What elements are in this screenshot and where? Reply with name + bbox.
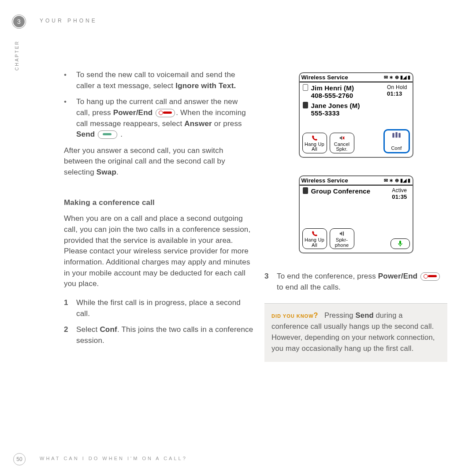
call-timer: 01:35 <box>392 193 407 200</box>
bold-text: Swap <box>97 168 116 176</box>
speaker-off-icon <box>338 134 346 141</box>
phone-screenshot-calls: Wireless Service ✉ ∗ ⊕ ▮◢ ▮ Jim Henri (M… <box>299 72 413 158</box>
hang-up-all-button[interactable]: Hang Up All <box>302 228 327 249</box>
send-key-icon <box>98 130 117 139</box>
call-row: Jane Jones (M) 555-3333 <box>302 102 410 117</box>
button-label: Hang Up All <box>304 142 326 152</box>
phone-icon <box>311 230 318 237</box>
bullet-icon <box>64 97 76 140</box>
caller-name: Jane Jones (M) <box>311 102 360 109</box>
contact-icon <box>303 187 308 194</box>
bold-text: Send <box>76 130 95 138</box>
phone-button-row: Hang Up All Spkr-phone <box>302 228 410 249</box>
bullet-text: To send the new call to voicemail and se… <box>76 70 253 91</box>
header-title: YOUR PHONE <box>40 18 97 24</box>
status-bar: Wireless Service ✉ ∗ ⊕ ▮◢ ▮ <box>300 176 413 186</box>
step-number: 1 <box>64 298 76 319</box>
svg-rect-4 <box>399 241 401 244</box>
signal-icon: ▮◢ <box>400 74 406 80</box>
paragraph: After you answer a second call, you can … <box>64 145 253 178</box>
button-label: Hang Up All <box>304 238 326 248</box>
tip-label-text: DID YOU KNOW <box>271 313 314 319</box>
hang-up-all-button[interactable]: Hang Up All <box>302 133 327 153</box>
bullet-item: To send the new call to voicemail and se… <box>64 70 253 91</box>
step-number: 2 <box>64 324 76 346</box>
phone-button-row: Hang Up All Cancel Spkr. Conf <box>302 129 410 153</box>
bold-text: Answer <box>184 119 212 128</box>
step-text: To end the conference, press Power/End t… <box>277 271 447 293</box>
bold-text: Conf <box>100 325 117 334</box>
conference-icon <box>392 132 402 139</box>
sync-icon: ⊕ <box>395 74 399 80</box>
status-bar: Wireless Service ✉ ∗ ⊕ ▮◢ ▮ <box>300 73 413 82</box>
call-row: Jim Henri (M) 408-555-2760 On Hold 01:13 <box>302 84 410 99</box>
call-row: Group Conference Active 01:35 <box>302 187 410 200</box>
phone-icon <box>311 134 318 141</box>
status-icons: ✉ ∗ ⊕ ▮◢ ▮ <box>384 178 410 183</box>
step-item: 3 To end the conference, press Power/End… <box>264 271 447 293</box>
bluetooth-icon: ∗ <box>389 74 393 80</box>
call-status: On Hold <box>387 84 407 90</box>
chapter-vertical-label: CHAPTER <box>15 40 19 71</box>
step-text: While the first call is in progress, pla… <box>76 298 253 319</box>
conf-button[interactable]: Conf <box>383 129 410 153</box>
step-item: 1 While the first call is in progress, p… <box>64 298 253 319</box>
left-column: To send the new call to voicemail and se… <box>64 70 253 351</box>
svg-rect-3 <box>342 231 343 235</box>
button-label: Conf <box>391 146 402 151</box>
cancel-speaker-button[interactable]: Cancel Spkr. <box>330 133 354 153</box>
bullet-text: To hang up the current call and answer t… <box>76 97 253 140</box>
sync-icon: ⊕ <box>395 178 399 183</box>
button-label: Cancel Spkr. <box>331 142 353 152</box>
button-label: Spkr-phone <box>331 238 353 248</box>
caller-name: Jim Henri (M) <box>311 84 354 92</box>
status-title: Wireless Service <box>301 74 348 81</box>
text: Select <box>76 325 100 334</box>
page-number-badge: 50 <box>13 453 26 465</box>
call-status: Active <box>392 187 407 193</box>
bold-text: Power/End <box>113 108 153 117</box>
did-you-know-tip: DID YOU KNOW? Pressing Send during a con… <box>264 303 447 361</box>
bold-text: Ignore with Text. <box>175 82 236 90</box>
text: Pressing <box>324 311 356 319</box>
paragraph: When you are on a call and place a secon… <box>64 213 253 289</box>
bullet-icon <box>64 70 76 91</box>
svg-rect-2 <box>398 133 400 138</box>
text: . <box>118 130 123 138</box>
status-title: Wireless Service <box>301 177 348 184</box>
svg-rect-0 <box>392 133 394 138</box>
text: After you answer a second call, you can … <box>64 146 225 176</box>
step-text: Select Conf. This joins the two calls in… <box>76 324 253 346</box>
tip-question-mark: ? <box>314 312 319 319</box>
tip-label: DID YOU KNOW? <box>271 313 320 319</box>
subheading-conference: Making a conference call <box>64 197 253 208</box>
signal-icon: ▮◢ <box>400 178 406 183</box>
contact-icon <box>303 84 308 91</box>
status-icons: ✉ ∗ ⊕ ▮◢ ▮ <box>384 74 410 80</box>
battery-icon: ▮ <box>408 74 410 80</box>
speakerphone-button[interactable]: Spkr-phone <box>330 228 354 249</box>
text: or press <box>214 119 242 128</box>
bullet-item: To hang up the current call and answer t… <box>64 97 253 140</box>
phone-body: Group Conference Active 01:35 Hang Up Al… <box>300 186 413 253</box>
call-timer: 01:13 <box>387 90 407 97</box>
power-end-key-icon <box>156 109 175 117</box>
bluetooth-icon: ∗ <box>389 178 393 183</box>
text: To end the conference, press <box>277 272 378 280</box>
battery-icon: ▮ <box>408 178 410 183</box>
text: to end all the calls. <box>277 283 341 291</box>
right-column: Wireless Service ✉ ∗ ⊕ ▮◢ ▮ Jim Henri (M… <box>264 72 447 362</box>
text: . <box>116 168 119 176</box>
group-conference-label: Group Conference <box>311 187 371 195</box>
bold-text: Power/End <box>378 272 418 280</box>
caller-number: 408-555-2760 <box>311 92 354 99</box>
footer-title: WHAT CAN I DO WHEN I'M ON A CALL? <box>40 456 187 461</box>
power-end-key-icon <box>420 272 440 281</box>
mute-button[interactable] <box>390 238 410 249</box>
contact-icon <box>303 102 308 108</box>
mic-icon <box>398 240 403 248</box>
phone-body: Jim Henri (M) 408-555-2760 On Hold 01:13… <box>300 82 413 157</box>
svg-rect-1 <box>395 132 397 138</box>
bold-text: Send <box>356 311 374 319</box>
mail-icon: ✉ <box>384 74 388 80</box>
